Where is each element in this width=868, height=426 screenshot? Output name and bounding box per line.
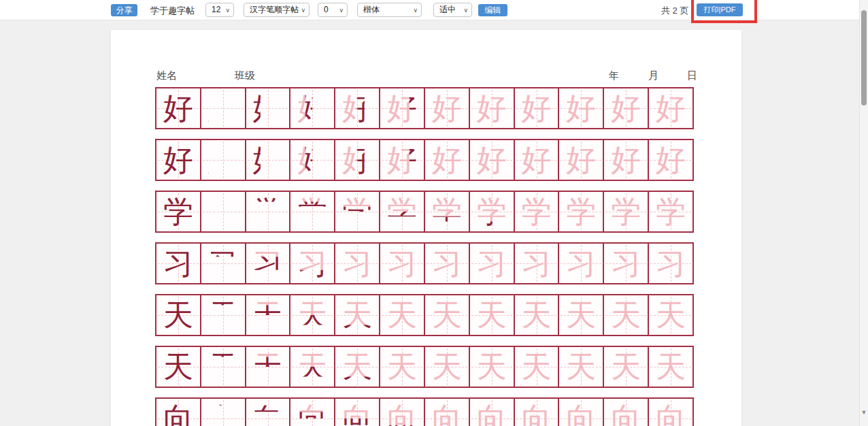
font-size-select[interactable]: 12 ∨ (205, 3, 234, 17)
practice-row: 好好好好好好好好好好好好好好好好好 (155, 139, 694, 181)
practice-cell: 习 (515, 244, 560, 283)
trace-glyph: 向 (559, 399, 603, 426)
character-glyph: 好 (156, 140, 200, 180)
practice-cell: 好 (470, 88, 515, 128)
trace-glyph: 天 (425, 347, 469, 387)
scrollbar-thumb[interactable] (861, 10, 867, 105)
practice-row: 好好好好好好好好好好好好好好好好好 (155, 87, 694, 129)
trace-glyph: 好 (515, 88, 558, 128)
trace-glyph: 习 (515, 244, 558, 283)
chevron-down-icon: ∨ (413, 4, 418, 16)
edit-button[interactable]: 编辑 (478, 4, 507, 16)
practice-cell: 习习 (246, 244, 291, 283)
trace-glyph: 好 (470, 88, 514, 128)
practice-cell: 习习 (290, 244, 335, 283)
character-glyph: 好 (201, 140, 245, 180)
practice-cell: 好好 (290, 140, 335, 180)
trace-glyph: 好 (604, 140, 648, 180)
trace-glyph: 天 (246, 295, 290, 335)
practice-cell: 天 (649, 295, 692, 335)
practice-row: 天天天天天天天天天天天天天天天 (155, 294, 694, 336)
practice-cell: 好好 (380, 140, 425, 180)
trace-glyph: 习 (380, 244, 424, 283)
page-count-label: 共 2 页 (661, 5, 688, 17)
practice-cell: 好好 (380, 88, 425, 128)
font-family-value: 楷体 (363, 5, 380, 14)
template-value: 汉字笔顺字帖 (250, 5, 299, 14)
practice-cell: 习 (559, 244, 604, 283)
trace-glyph: 天 (649, 347, 692, 387)
trace-glyph: 好 (649, 140, 692, 180)
day-label: 日 (687, 69, 697, 82)
character-glyph: 天 (201, 295, 245, 335)
template-select[interactable]: 汉字笔顺字帖 ∨ (244, 3, 310, 17)
trace-glyph: 学 (604, 192, 648, 231)
practice-cell: 好好 (335, 88, 380, 128)
practice-cell: 习 (604, 244, 649, 283)
print-pdf-button[interactable]: 打印|PDF (697, 3, 743, 16)
font-size-value: 12 (212, 5, 220, 14)
trace-glyph: 向 (380, 399, 424, 426)
practice-cell: 习 (335, 244, 380, 283)
practice-cell: 习 (470, 244, 515, 283)
practice-cell: 天 (604, 347, 649, 387)
offset-select[interactable]: 0 ∨ (318, 3, 348, 17)
trace-glyph: 好 (246, 88, 290, 128)
trace-glyph: 好 (515, 140, 558, 180)
trace-glyph: 学 (559, 192, 603, 231)
practice-cell: 向 (201, 399, 246, 426)
practice-cell: 好 (515, 88, 560, 128)
chevron-down-icon: ∨ (463, 4, 468, 16)
trace-glyph: 习 (425, 244, 469, 283)
practice-cell: 天天 (246, 347, 291, 387)
character-glyph: 学 (201, 192, 245, 231)
trace-glyph: 向 (604, 399, 648, 426)
trace-glyph: 天 (380, 295, 424, 335)
practice-cell: 好 (201, 88, 246, 128)
practice-cell: 学学 (425, 192, 470, 231)
trace-glyph: 习 (470, 244, 514, 283)
trace-glyph: 习 (604, 244, 648, 283)
scrollbar-track[interactable] (859, 0, 868, 426)
character-glyph: 向 (156, 399, 200, 426)
practice-cell: 天 (156, 295, 201, 335)
share-button[interactable]: 分享 (111, 4, 137, 16)
practice-cell: 好 (201, 140, 246, 180)
practice-cell: 天天 (290, 295, 335, 335)
trace-glyph: 天 (380, 347, 424, 387)
font-family-select[interactable]: 楷体 ∨ (357, 3, 422, 17)
chevron-down-icon: ∨ (339, 4, 344, 16)
trace-glyph: 习 (335, 244, 379, 283)
practice-cell: 向 (604, 399, 649, 426)
practice-cell: 天 (515, 295, 560, 335)
trace-glyph: 天 (246, 347, 290, 387)
month-label: 月 (648, 69, 658, 82)
trace-glyph: 向 (246, 399, 290, 426)
practice-cell: 向向 (380, 399, 425, 426)
practice-cell: 学学 (290, 192, 335, 231)
practice-cell: 天 (156, 347, 201, 387)
scroll-down-arrow-icon[interactable]: ▼ (860, 408, 868, 416)
trace-glyph: 天 (649, 295, 692, 335)
trace-glyph: 学 (425, 192, 469, 231)
practice-cell: 天 (380, 347, 425, 387)
practice-cell: 向向 (290, 399, 335, 426)
trace-glyph: 好 (246, 140, 290, 180)
character-glyph: 天 (156, 295, 200, 335)
trace-glyph: 学 (649, 192, 692, 231)
practice-cell: 学学 (335, 192, 380, 231)
toolbar: 分享 学于趣字帖 12 ∨ 汉字笔顺字帖 ∨ 0 ∨ 楷体 ∨ 适中 ∨ 编辑 … (0, 0, 868, 20)
trace-glyph: 天 (559, 295, 603, 335)
practice-cell: 向 (649, 399, 692, 426)
trace-glyph: 天 (604, 295, 648, 335)
practice-cell: 天天 (246, 295, 291, 335)
spacing-select[interactable]: 适中 ∨ (433, 3, 472, 17)
trace-glyph: 好 (649, 88, 692, 128)
practice-cell: 向 (470, 399, 515, 426)
trace-glyph: 向 (515, 399, 558, 426)
practice-cell: 好 (604, 88, 649, 128)
practice-cell: 天 (515, 347, 560, 387)
practice-cell: 好 (559, 140, 604, 180)
practice-cell: 天天 (335, 295, 380, 335)
practice-cell: 好 (156, 140, 201, 180)
